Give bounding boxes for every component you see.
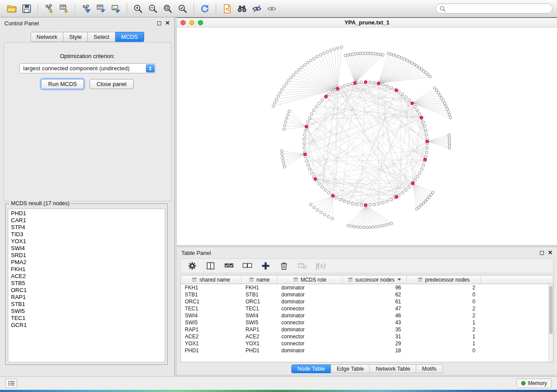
- tab-network-table[interactable]: Network Table: [370, 364, 416, 373]
- table-cell[interactable]: 31: [343, 333, 407, 340]
- criterion-dropdown[interactable]: largest connected component (undirected): [19, 63, 156, 73]
- table-cell[interactable]: 1: [407, 340, 481, 347]
- table-cell[interactable]: 47: [343, 305, 407, 312]
- table-cell[interactable]: connector: [277, 340, 343, 347]
- table-cell[interactable]: RAP1: [242, 326, 277, 333]
- zoom-in-button[interactable]: [131, 2, 145, 16]
- table-cell[interactable]: FKH1: [242, 284, 277, 291]
- network-canvas[interactable]: [177, 28, 557, 245]
- table-cell[interactable]: dominator: [277, 284, 343, 291]
- minimize-window-icon[interactable]: [189, 20, 194, 25]
- mcds-result-item[interactable]: TID3: [8, 231, 165, 238]
- close-table-panel-button[interactable]: ✕: [548, 251, 553, 255]
- table-cell[interactable]: STB1: [181, 291, 242, 298]
- table-scrollbar[interactable]: [548, 284, 553, 362]
- search-box[interactable]: [436, 3, 553, 14]
- delete-column-button[interactable]: [279, 261, 289, 271]
- table-cell[interactable]: SWI5: [242, 319, 277, 326]
- table-cell[interactable]: ORC1: [181, 298, 242, 305]
- table-row[interactable]: PHD1PHD1dominator180: [181, 347, 553, 354]
- show-columns-button[interactable]: [205, 261, 216, 271]
- mcds-result-item[interactable]: GCR1: [8, 322, 165, 329]
- memory-button[interactable]: Memory: [516, 378, 552, 388]
- tab-edge-table[interactable]: Edge Table: [331, 364, 370, 373]
- table-cell[interactable]: 43: [343, 319, 407, 326]
- run-mcds-button[interactable]: Run MCDS: [41, 79, 84, 89]
- select-all-button[interactable]: [224, 261, 234, 271]
- table-cell[interactable]: 2: [407, 312, 481, 319]
- mcds-result-item[interactable]: SRD1: [8, 252, 165, 259]
- search-input[interactable]: [448, 6, 549, 12]
- mcds-result-item[interactable]: STB5: [8, 280, 165, 287]
- table-cell[interactable]: 2: [407, 305, 481, 312]
- add-column-button[interactable]: [260, 261, 271, 271]
- table-cell[interactable]: FKH1: [181, 284, 242, 291]
- mcds-result-item[interactable]: STP4: [8, 224, 165, 231]
- tab-node-table[interactable]: Node Table: [291, 364, 331, 373]
- table-row[interactable]: RAP1RAP1dominator352: [181, 326, 553, 333]
- delete-table-button[interactable]: [297, 261, 308, 271]
- table-cell[interactable]: STB1: [242, 291, 277, 298]
- tab-style[interactable]: Style: [63, 32, 88, 42]
- table-cell[interactable]: 2: [407, 284, 481, 291]
- table-cell[interactable]: 2: [407, 326, 481, 333]
- table-cell[interactable]: SWI5: [181, 319, 242, 326]
- table-cell[interactable]: PHD1: [242, 347, 277, 354]
- mcds-result-item[interactable]: RAP1: [8, 294, 165, 301]
- table-cell[interactable]: SWI4: [181, 312, 242, 319]
- close-panel-button[interactable]: ✕: [165, 21, 170, 25]
- table-cell[interactable]: ACE2: [181, 333, 242, 340]
- table-cell[interactable]: SWI4: [242, 312, 277, 319]
- mcds-result-item[interactable]: SWI4: [8, 245, 165, 252]
- table-cell[interactable]: 35: [343, 326, 407, 333]
- mcds-result-item[interactable]: YOX1: [8, 238, 165, 245]
- import-table-button[interactable]: [56, 2, 71, 16]
- table-cell[interactable]: 18: [343, 347, 407, 354]
- table-cell[interactable]: TEC1: [181, 305, 242, 312]
- table-cell[interactable]: connector: [277, 305, 343, 312]
- float-table-panel-button[interactable]: [540, 251, 544, 255]
- column-header-name[interactable]: name: [242, 275, 277, 284]
- table-cell[interactable]: dominator: [277, 298, 343, 305]
- table-cell[interactable]: 62: [343, 291, 407, 298]
- mcds-result-item[interactable]: STB1: [8, 301, 165, 308]
- function-builder-button[interactable]: f(x): [315, 261, 326, 271]
- table-cell[interactable]: connector: [277, 319, 343, 326]
- table-cell[interactable]: YOX1: [181, 340, 242, 347]
- table-cell[interactable]: RAP1: [181, 326, 242, 333]
- table-cell[interactable]: 1: [407, 333, 481, 340]
- mcds-result-item[interactable]: PMA2: [8, 259, 165, 266]
- mcds-result-item[interactable]: ACE2: [8, 273, 165, 280]
- tab-mcds[interactable]: MCDS: [115, 32, 144, 42]
- export-image-button[interactable]: [108, 2, 123, 16]
- deselect-all-button[interactable]: [242, 261, 253, 271]
- share-document-button[interactable]: [220, 2, 235, 16]
- mcds-result-item[interactable]: PHD1: [8, 210, 165, 217]
- maximize-window-icon[interactable]: [198, 20, 203, 25]
- table-cell[interactable]: dominator: [277, 291, 343, 298]
- export-table-button[interactable]: [93, 2, 108, 16]
- close-panel-action-button[interactable]: Close panel: [90, 79, 134, 89]
- mcds-result-item[interactable]: ORC1: [8, 287, 165, 294]
- mcds-result-item[interactable]: FKH1: [8, 266, 165, 273]
- table-settings-button[interactable]: [187, 261, 197, 271]
- zoom-out-button[interactable]: [145, 2, 160, 16]
- network-window-titlebar[interactable]: YPA_prune.txt_1: [177, 18, 557, 28]
- column-header-shared-name[interactable]: shared name: [181, 275, 242, 284]
- table-row[interactable]: YOX1YOX1connector291: [181, 340, 553, 347]
- open-file-button[interactable]: [4, 2, 19, 16]
- table-row[interactable]: SWI5SWI5connector431: [181, 319, 553, 326]
- table-cell[interactable]: 0: [407, 291, 481, 298]
- apply-layout-button[interactable]: [197, 2, 212, 16]
- import-network-button[interactable]: [42, 2, 56, 16]
- table-cell[interactable]: PHD1: [181, 347, 242, 354]
- close-window-icon[interactable]: [180, 20, 186, 25]
- save-session-button[interactable]: [19, 2, 34, 16]
- table-cell[interactable]: 1: [407, 319, 481, 326]
- table-cell[interactable]: ORC1: [242, 298, 277, 305]
- zoom-fit-button[interactable]: [160, 2, 175, 16]
- table-row[interactable]: ORC1ORC1dominator610: [181, 298, 553, 305]
- table-cell[interactable]: dominator: [277, 347, 343, 354]
- table-cell[interactable]: 46: [343, 312, 407, 319]
- dropdown-stepper-icon[interactable]: [146, 64, 155, 72]
